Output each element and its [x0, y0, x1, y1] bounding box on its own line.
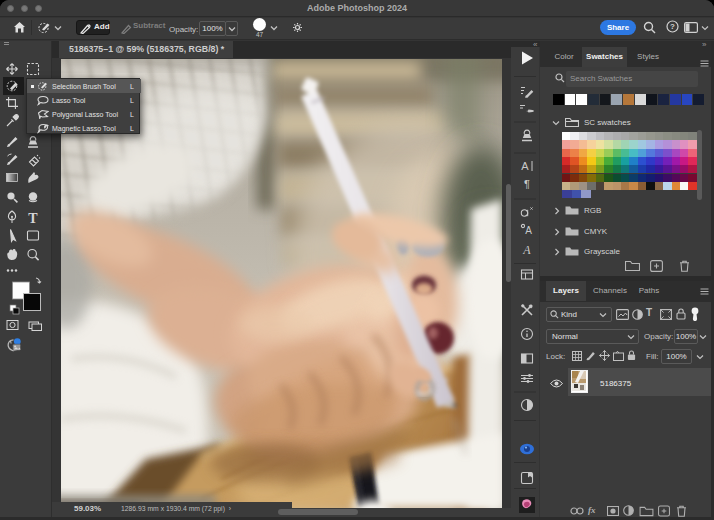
svg-text:T: T — [28, 211, 38, 226]
svg-text:?: ? — [670, 22, 675, 31]
svg-text:A: A — [522, 243, 531, 257]
svg-text:¶: ¶ — [524, 178, 530, 190]
svg-text:A: A — [525, 225, 532, 236]
svg-text:A: A — [521, 160, 529, 172]
